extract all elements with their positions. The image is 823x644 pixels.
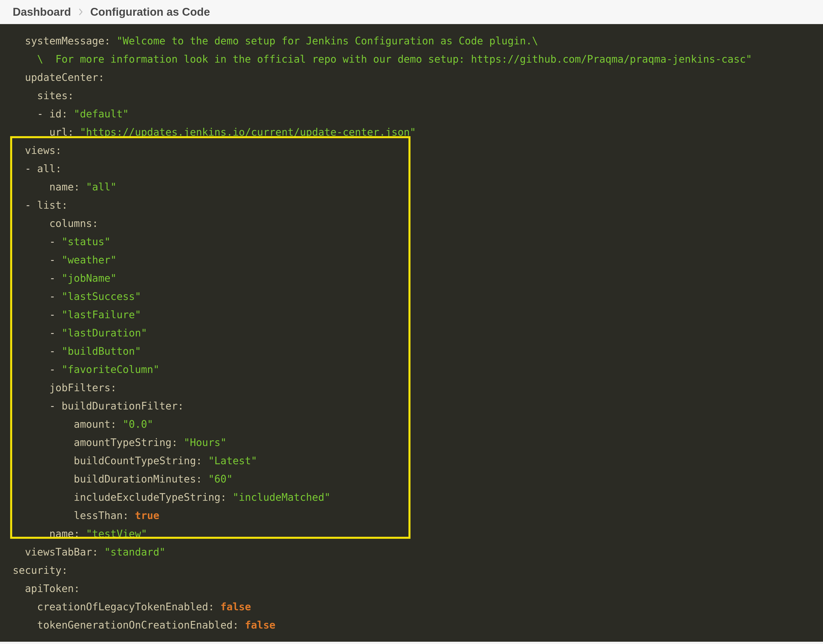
- yaml-key: columns: [49, 218, 92, 229]
- yaml-string: "weather": [61, 254, 117, 266]
- yaml-string: "standard": [104, 546, 166, 558]
- yaml-key: list: [37, 199, 61, 211]
- yaml-code-viewer: systemMessage: "Welcome to the demo setu…: [0, 24, 823, 642]
- yaml-key: includeExcludeTypeString: [74, 491, 221, 503]
- yaml-string: "0.0": [123, 419, 153, 430]
- yaml-string: "favoriteColumn": [61, 363, 159, 375]
- yaml-string: \ For more information look in the offic…: [13, 53, 752, 65]
- yaml-string: "includeMatched": [233, 491, 330, 503]
- chevron-right-icon: [78, 8, 83, 15]
- yaml-string: "https://updates.jenkins.io/current/upda…: [80, 126, 416, 138]
- yaml-boolean: false: [245, 619, 275, 631]
- breadcrumb-item-dashboard[interactable]: Dashboard: [13, 6, 71, 18]
- yaml-boolean: true: [135, 510, 159, 521]
- yaml-key: buildCountTypeString: [74, 455, 196, 466]
- yaml-key: name: [49, 528, 74, 540]
- yaml-string: "status": [61, 236, 111, 247]
- yaml-key: name: [49, 181, 74, 193]
- yaml-key: creationOfLegacyTokenEnabled: [37, 601, 208, 613]
- yaml-string: "lastSuccess": [61, 291, 141, 302]
- yaml-key: sites: [37, 90, 68, 101]
- yaml-key: url: [49, 126, 68, 138]
- yaml-string: "all": [86, 181, 117, 193]
- yaml-string: "60": [208, 473, 233, 485]
- breadcrumb: Dashboard Configuration as Code: [0, 0, 823, 24]
- yaml-key: tokenGenerationOnCreationEnabled: [37, 619, 233, 631]
- yaml-key: id: [49, 108, 61, 120]
- yaml-key: buildDurationFilter: [61, 400, 178, 412]
- yaml-key: apiToken: [25, 583, 74, 594]
- yaml-key: buildDurationMinutes: [74, 473, 196, 485]
- yaml-boolean: false: [221, 601, 251, 613]
- yaml-key: jobFilters: [49, 382, 111, 394]
- yaml-string: "Latest": [208, 455, 257, 466]
- yaml-string: "default": [74, 108, 129, 120]
- yaml-key: security: [13, 564, 61, 576]
- yaml-string: "Hours": [184, 437, 227, 448]
- yaml-string: "testView": [86, 528, 147, 540]
- yaml-string: "lastFailure": [61, 309, 141, 320]
- yaml-key: all: [37, 163, 55, 175]
- yaml-string: "jobName": [61, 272, 117, 284]
- yaml-string: "buildButton": [61, 345, 141, 357]
- yaml-string: "Welcome to the demo setup for Jenkins C…: [117, 35, 538, 47]
- yaml-string: "lastDuration": [61, 327, 147, 339]
- yaml-key: updateCenter: [25, 72, 98, 83]
- yaml-key: lessThan: [74, 510, 123, 521]
- yaml-content: systemMessage: "Welcome to the demo setu…: [13, 32, 810, 634]
- yaml-key: viewsTabBar: [25, 546, 92, 558]
- yaml-key: systemMessage: [25, 35, 104, 47]
- breadcrumb-item-casc[interactable]: Configuration as Code: [90, 6, 210, 18]
- yaml-key: views: [25, 144, 55, 156]
- yaml-key: amount: [74, 419, 111, 430]
- yaml-key: amountTypeString: [74, 437, 172, 448]
